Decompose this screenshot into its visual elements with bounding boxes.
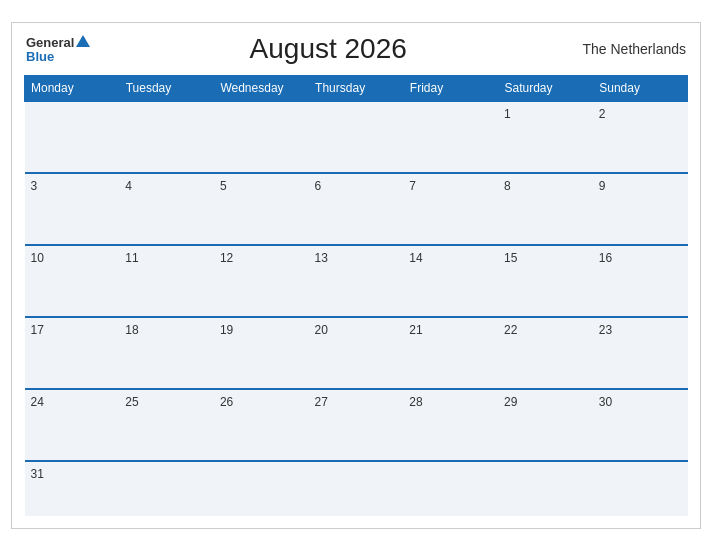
day-number: 8	[504, 179, 511, 193]
calendar-day-cell: 2	[593, 101, 688, 173]
calendar-day-cell: 7	[403, 173, 498, 245]
day-number: 5	[220, 179, 227, 193]
day-number: 23	[599, 323, 612, 337]
day-number: 10	[31, 251, 44, 265]
weekday-header-saturday: Saturday	[498, 75, 593, 101]
logo-blue-text: Blue	[26, 50, 54, 63]
day-number: 1	[504, 107, 511, 121]
day-number: 27	[315, 395, 328, 409]
day-number: 25	[125, 395, 138, 409]
calendar-day-cell: 26	[214, 389, 309, 461]
calendar-day-cell: 20	[309, 317, 404, 389]
day-number: 29	[504, 395, 517, 409]
calendar-day-cell: 12	[214, 245, 309, 317]
calendar-day-cell	[214, 461, 309, 516]
calendar-day-cell: 27	[309, 389, 404, 461]
day-number: 17	[31, 323, 44, 337]
calendar-day-cell: 14	[403, 245, 498, 317]
day-number: 13	[315, 251, 328, 265]
calendar-week-row: 3456789	[25, 173, 688, 245]
calendar-day-cell: 8	[498, 173, 593, 245]
calendar-day-cell: 21	[403, 317, 498, 389]
day-number: 4	[125, 179, 132, 193]
day-number: 6	[315, 179, 322, 193]
calendar-table: MondayTuesdayWednesdayThursdayFridaySatu…	[24, 75, 688, 516]
day-number: 15	[504, 251, 517, 265]
day-number: 14	[409, 251, 422, 265]
day-number: 11	[125, 251, 138, 265]
calendar-day-cell	[119, 461, 214, 516]
calendar-day-cell	[593, 461, 688, 516]
day-number: 7	[409, 179, 416, 193]
calendar-day-cell: 28	[403, 389, 498, 461]
calendar-week-row: 24252627282930	[25, 389, 688, 461]
weekday-header-thursday: Thursday	[309, 75, 404, 101]
day-number: 3	[31, 179, 38, 193]
day-number: 24	[31, 395, 44, 409]
weekday-header-row: MondayTuesdayWednesdayThursdayFridaySatu…	[25, 75, 688, 101]
calendar-title: August 2026	[90, 33, 566, 65]
calendar-day-cell: 1	[498, 101, 593, 173]
calendar-day-cell	[498, 461, 593, 516]
calendar-day-cell: 17	[25, 317, 120, 389]
calendar-day-cell: 23	[593, 317, 688, 389]
day-number: 12	[220, 251, 233, 265]
day-number: 20	[315, 323, 328, 337]
day-number: 21	[409, 323, 422, 337]
calendar-day-cell: 4	[119, 173, 214, 245]
calendar-day-cell: 13	[309, 245, 404, 317]
calendar-day-cell	[309, 461, 404, 516]
logo-general-text: General	[26, 34, 90, 50]
calendar-day-cell: 10	[25, 245, 120, 317]
day-number: 26	[220, 395, 233, 409]
calendar-day-cell: 24	[25, 389, 120, 461]
calendar-week-row: 12	[25, 101, 688, 173]
calendar-day-cell	[309, 101, 404, 173]
day-number: 9	[599, 179, 606, 193]
day-number: 2	[599, 107, 606, 121]
calendar-day-cell	[214, 101, 309, 173]
logo: General Blue	[26, 34, 90, 63]
weekday-header-monday: Monday	[25, 75, 120, 101]
calendar-day-cell: 25	[119, 389, 214, 461]
calendar-container: General Blue August 2026 The Netherlands…	[11, 22, 701, 529]
calendar-day-cell	[25, 101, 120, 173]
calendar-day-cell: 6	[309, 173, 404, 245]
calendar-day-cell: 3	[25, 173, 120, 245]
calendar-day-cell: 9	[593, 173, 688, 245]
weekday-header-sunday: Sunday	[593, 75, 688, 101]
day-number: 28	[409, 395, 422, 409]
calendar-day-cell: 11	[119, 245, 214, 317]
day-number: 30	[599, 395, 612, 409]
calendar-day-cell	[403, 461, 498, 516]
calendar-day-cell	[403, 101, 498, 173]
calendar-day-cell: 22	[498, 317, 593, 389]
day-number: 18	[125, 323, 138, 337]
country-label: The Netherlands	[566, 41, 686, 57]
calendar-week-row: 31	[25, 461, 688, 516]
calendar-day-cell: 29	[498, 389, 593, 461]
calendar-header: General Blue August 2026 The Netherlands	[24, 33, 688, 65]
day-number: 19	[220, 323, 233, 337]
calendar-week-row: 17181920212223	[25, 317, 688, 389]
calendar-day-cell: 30	[593, 389, 688, 461]
calendar-week-row: 10111213141516	[25, 245, 688, 317]
weekday-header-friday: Friday	[403, 75, 498, 101]
calendar-day-cell: 15	[498, 245, 593, 317]
logo-triangle-icon	[76, 35, 90, 47]
calendar-day-cell: 16	[593, 245, 688, 317]
calendar-day-cell	[119, 101, 214, 173]
calendar-day-cell: 5	[214, 173, 309, 245]
calendar-day-cell: 18	[119, 317, 214, 389]
day-number: 22	[504, 323, 517, 337]
calendar-day-cell: 31	[25, 461, 120, 516]
weekday-header-tuesday: Tuesday	[119, 75, 214, 101]
weekday-header-wednesday: Wednesday	[214, 75, 309, 101]
day-number: 16	[599, 251, 612, 265]
calendar-day-cell: 19	[214, 317, 309, 389]
day-number: 31	[31, 467, 44, 481]
